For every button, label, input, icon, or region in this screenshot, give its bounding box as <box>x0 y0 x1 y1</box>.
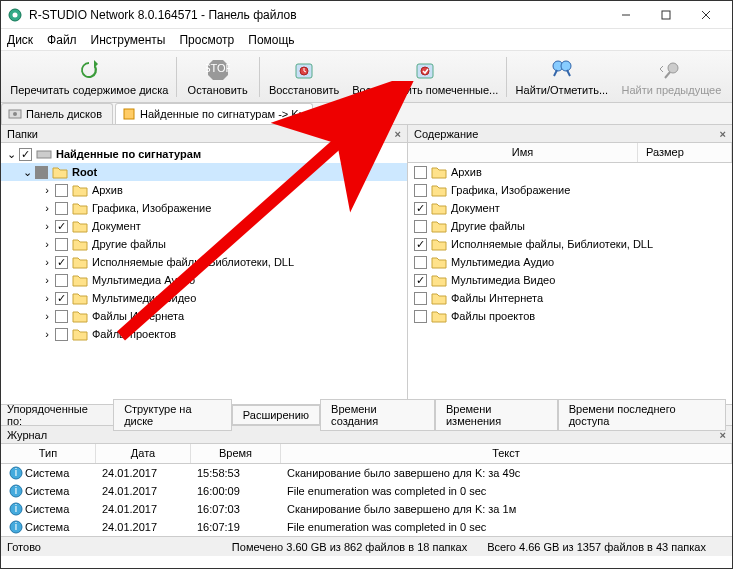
tree-item[interactable]: › Документ <box>1 217 407 235</box>
right-panel: Содержание × Имя Размер Архив Графика, И… <box>408 125 732 404</box>
svg-point-19 <box>13 112 17 116</box>
expand-icon[interactable]: › <box>41 274 53 286</box>
list-item-label: Другие файлы <box>451 220 525 232</box>
checkbox[interactable] <box>55 256 68 269</box>
folders-title: Папки <box>7 128 38 140</box>
sort-structure[interactable]: Структуре на диске <box>113 399 232 431</box>
find-button[interactable]: Найти/Отметить... <box>509 53 615 101</box>
menu-view[interactable]: Просмотр <box>179 33 234 47</box>
expand-icon[interactable]: › <box>41 220 53 232</box>
status-total: Всего 4.66 GB из 1357 файлов в 43 папках <box>487 541 706 553</box>
list-item[interactable]: Графика, Изображение <box>408 181 732 199</box>
log-col-time[interactable]: Время <box>191 444 281 463</box>
recover-button[interactable]: Восстановить <box>262 53 347 101</box>
recover-marked-button[interactable]: Восстановить помеченные... <box>347 53 504 101</box>
checkbox[interactable] <box>414 184 427 197</box>
log-text: File enumeration was completed in 0 sec <box>281 484 732 498</box>
checkbox[interactable] <box>55 184 68 197</box>
checkbox[interactable] <box>414 220 427 233</box>
checkbox[interactable] <box>414 310 427 323</box>
log-row[interactable]: iСистема 24.01.2017 16:00:09 File enumer… <box>1 482 732 500</box>
tree-root-node[interactable]: ⌄ Root <box>1 163 407 181</box>
log-row[interactable]: iСистема 24.01.2017 16:07:19 File enumer… <box>1 518 732 536</box>
list-item[interactable]: Мультимедиа Аудио <box>408 253 732 271</box>
tree-item[interactable]: › Файлы Интернета <box>1 307 407 325</box>
tree-item[interactable]: › Мультимедиа Видео <box>1 289 407 307</box>
find-label: Найти/Отметить... <box>516 84 608 96</box>
menubar: Диск Файл Инструменты Просмотр Помощь <box>1 29 732 51</box>
tab-signatures[interactable]: Найденные по сигнатурам -> K: <box>115 103 313 124</box>
checkbox[interactable] <box>414 166 427 179</box>
checkbox[interactable] <box>55 274 68 287</box>
expand-icon[interactable]: › <box>41 184 53 196</box>
checkbox[interactable] <box>55 310 68 323</box>
close-button[interactable] <box>686 1 726 29</box>
checkbox[interactable] <box>55 328 68 341</box>
list-item[interactable]: Архив <box>408 163 732 181</box>
expand-icon[interactable]: › <box>41 202 53 214</box>
expand-icon[interactable]: › <box>41 256 53 268</box>
log-row[interactable]: iСистема 24.01.2017 16:07:03 Сканировани… <box>1 500 732 518</box>
tab-disk-panel[interactable]: Панель дисков <box>1 103 113 124</box>
tree-item[interactable]: › Другие файлы <box>1 235 407 253</box>
status-ready: Готово <box>7 541 41 553</box>
checkbox[interactable] <box>414 292 427 305</box>
tab-bar: Панель дисков Найденные по сигнатурам ->… <box>1 103 732 125</box>
list-item[interactable]: Файлы Интернета <box>408 289 732 307</box>
menu-help[interactable]: Помощь <box>248 33 294 47</box>
log-col-date[interactable]: Дата <box>96 444 191 463</box>
content-close-icon[interactable]: × <box>720 128 726 140</box>
menu-tools[interactable]: Инструменты <box>91 33 166 47</box>
menu-disk[interactable]: Диск <box>7 33 33 47</box>
folder-tree[interactable]: ⌄ Найденные по сигнатурам ⌄ Root › Архив… <box>1 143 407 404</box>
content-list[interactable]: Архив Графика, Изображение Документ Друг… <box>408 163 732 404</box>
checkbox[interactable] <box>55 220 68 233</box>
log-col-text[interactable]: Текст <box>281 444 732 463</box>
folders-close-icon[interactable]: × <box>395 128 401 140</box>
checkbox[interactable] <box>414 202 427 215</box>
checkbox[interactable] <box>55 238 68 251</box>
svg-rect-20 <box>124 109 134 119</box>
checkbox[interactable] <box>35 166 48 179</box>
tree-item-label: Графика, Изображение <box>92 202 211 214</box>
drive-icon <box>36 147 52 161</box>
stop-button[interactable]: STOP Остановить <box>179 53 257 101</box>
checkbox[interactable] <box>19 148 32 161</box>
expand-icon[interactable]: ⌄ <box>5 148 17 160</box>
expand-icon[interactable]: ⌄ <box>21 166 33 178</box>
expand-icon[interactable]: › <box>41 310 53 322</box>
checkbox[interactable] <box>414 238 427 251</box>
tree-item[interactable]: › Мультимедиа Аудио <box>1 271 407 289</box>
log-col-type[interactable]: Тип <box>1 444 96 463</box>
expand-icon[interactable]: › <box>41 292 53 304</box>
log-row[interactable]: iСистема 24.01.2017 15:58:53 Сканировани… <box>1 464 732 482</box>
log-rows[interactable]: iСистема 24.01.2017 15:58:53 Сканировани… <box>1 464 732 536</box>
tree-root[interactable]: ⌄ Найденные по сигнатурам <box>1 145 407 163</box>
list-item[interactable]: Мультимедиа Видео <box>408 271 732 289</box>
log-close-icon[interactable]: × <box>720 429 726 441</box>
minimize-button[interactable] <box>606 1 646 29</box>
maximize-button[interactable] <box>646 1 686 29</box>
col-size[interactable]: Размер <box>638 143 732 162</box>
checkbox[interactable] <box>414 274 427 287</box>
tree-item[interactable]: › Файлы проектов <box>1 325 407 343</box>
checkbox[interactable] <box>414 256 427 269</box>
tree-item[interactable]: › Архив <box>1 181 407 199</box>
svg-text:i: i <box>15 466 17 478</box>
tree-item[interactable]: › Графика, Изображение <box>1 199 407 217</box>
checkbox[interactable] <box>55 202 68 215</box>
find-prev-button[interactable]: Найти предыдущее <box>615 53 728 101</box>
checkbox[interactable] <box>55 292 68 305</box>
col-name[interactable]: Имя <box>408 143 638 162</box>
list-item[interactable]: Исполняемые файлы, Библиотеки, DLL <box>408 235 732 253</box>
refresh-button[interactable]: Перечитать содержимое диска <box>5 53 174 101</box>
expand-icon[interactable]: › <box>41 238 53 250</box>
list-item[interactable]: Документ <box>408 199 732 217</box>
folder-icon <box>431 255 447 269</box>
expand-icon[interactable]: › <box>41 328 53 340</box>
sort-extension[interactable]: Расширению <box>232 405 320 425</box>
tree-item[interactable]: › Исполняемые файлы, Библиотеки, DLL <box>1 253 407 271</box>
list-item[interactable]: Файлы проектов <box>408 307 732 325</box>
menu-file[interactable]: Файл <box>47 33 77 47</box>
list-item[interactable]: Другие файлы <box>408 217 732 235</box>
